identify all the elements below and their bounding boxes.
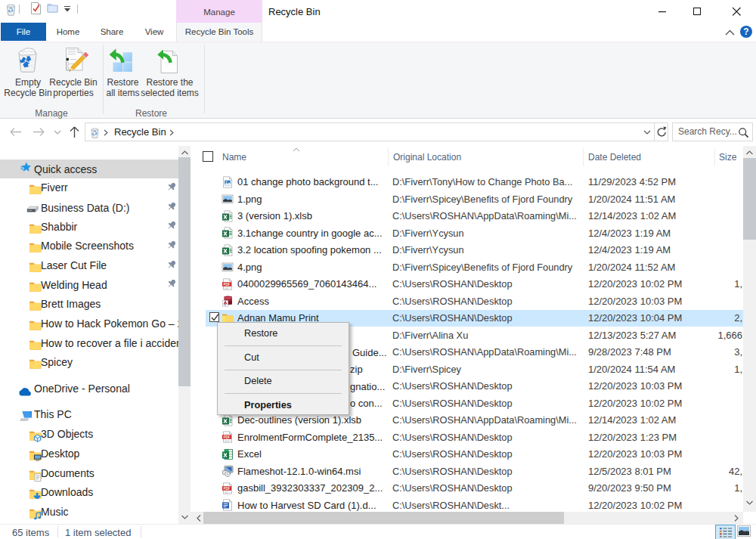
svg-text:PDF: PDF: [224, 435, 231, 439]
svg-text:PDF: PDF: [224, 486, 231, 490]
svg-text:PDF: PDF: [224, 282, 231, 286]
